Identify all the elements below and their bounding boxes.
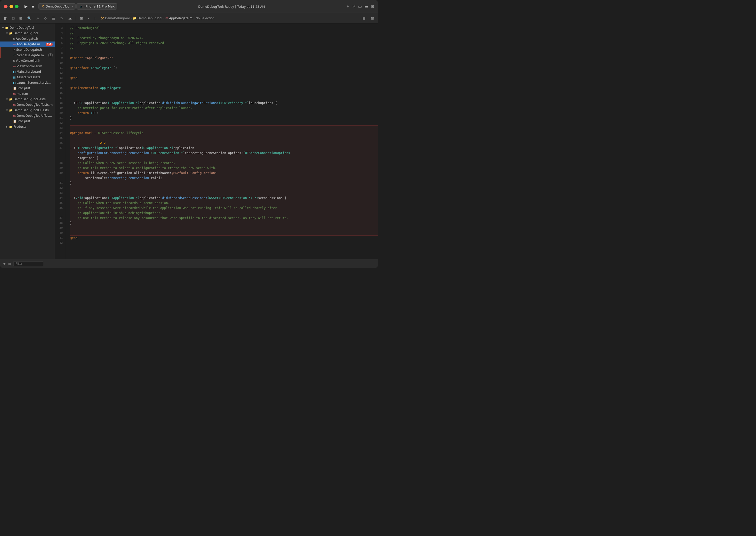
breadcrumb-item-3[interactable]: AppDelegate.m: [169, 17, 192, 20]
line-num-33: 33: [57, 190, 63, 195]
back-forward-button[interactable]: ⇄: [352, 4, 355, 9]
breadcrumb-item-2[interactable]: DemoDebugTool: [138, 17, 162, 20]
code-line-29: // Use this method to select a configura…: [70, 165, 378, 171]
code-line-42: [70, 241, 378, 246]
code-line-27: - (UISceneConfiguration *)application:(U…: [70, 146, 378, 151]
arrow-icon: ▼: [5, 32, 9, 35]
sidebar-item-root[interactable]: ▼ 📁 DemoDebugTool: [0, 25, 55, 30]
sidebar-item-uitests-m[interactable]: ▶ m DemoDebugToolUITests.m: [0, 113, 55, 118]
storyboard-icon: ◧: [13, 70, 16, 74]
sidebar-item-label: ViewController.m: [17, 64, 42, 68]
sidebar-item-info-plist-1[interactable]: ▶ 📋 Info.plist: [0, 85, 55, 91]
storyboard-icon: ◧: [13, 81, 16, 84]
sidebar-item-group1[interactable]: ▼ 📁 DemoDebugTool: [0, 30, 55, 36]
grid-btn[interactable]: ⊞: [78, 15, 85, 21]
breadcrumb-item-1[interactable]: DemoDebugTool: [105, 17, 129, 20]
scheme-chevron-icon: ›: [72, 5, 73, 8]
breadcrumb: ⚒ DemoDebugTool › 📁 DemoDebugTool › m Ap…: [98, 16, 359, 20]
add-file-button[interactable]: +: [3, 262, 6, 265]
line-num-4: 4: [57, 30, 63, 36]
layout-button-1[interactable]: ▭: [358, 4, 362, 9]
line-num-27: 27: [57, 146, 63, 151]
h-file-icon: h: [14, 48, 15, 51]
sidebar-item-uitests-group[interactable]: ▼ 📁 DemoDebugToolUITests: [0, 108, 55, 113]
line-num-37: 37: [57, 216, 63, 220]
sidebar-item-main-storyboard[interactable]: ▶ ◧ Main.storyboard: [0, 69, 55, 75]
assistant-btn[interactable]: ⊟: [369, 15, 376, 21]
sidebar-item-scenedelegate-h[interactable]: ▶ h SceneDelegate.h: [0, 47, 55, 52]
sidebar-item-viewcontroller-h[interactable]: ▶ h ViewController.h: [0, 58, 55, 63]
folder-yellow-icon: 📁: [9, 98, 13, 101]
sidebar-item-label: LaunchScreen.storyboard: [16, 81, 53, 84]
layout-button-2[interactable]: ▬: [364, 4, 368, 9]
sidebar-item-label: DemoDebugTool: [10, 26, 34, 29]
filter-input[interactable]: [13, 261, 43, 266]
line-num-12: 12: [57, 71, 63, 76]
code-editor[interactable]: 3 4 5 6 7 8 9 10 11 12 13 14 15 16 17 18: [55, 23, 378, 259]
sidebar-item-appdelegate-h[interactable]: ▶ h AppDelegate.h: [0, 36, 55, 42]
navigator-toggle[interactable]: ◧: [2, 15, 9, 21]
line-numbers: 3 4 5 6 7 8 9 10 11 12 13 14 15 16 17 18: [55, 23, 66, 259]
sidebar-item-tests-group[interactable]: ▼ 📁 DemoDebugToolTests: [0, 96, 55, 102]
close-button[interactable]: [4, 5, 8, 8]
sidebar-item-main-m[interactable]: ▶ m main.m: [0, 91, 55, 96]
line-num-41: 41: [57, 236, 63, 241]
sidebar-item-tests-m[interactable]: ▶ m DemoDebugToolTests.m: [0, 102, 55, 108]
breadcrumb-folder-icon-2: 📁: [133, 17, 137, 20]
split-view-btn[interactable]: ⊞: [360, 15, 368, 21]
nav-forward[interactable]: ›: [92, 15, 97, 21]
line-num-21: 21: [57, 116, 63, 120]
code-line-25: [70, 136, 378, 141]
breadcrumb-sep-3: ›: [193, 17, 195, 20]
line-num-11: 11: [57, 65, 63, 71]
code-line-11: @interface AppDelegate (): [70, 65, 378, 71]
code-line-38: }: [70, 220, 378, 225]
line-num-39: 39: [57, 225, 63, 230]
sidebar-item-appdelegate-m[interactable]: ▶ m AppDelegate.m 2-1: [0, 42, 55, 47]
code-line-36a: // application:didFinishLaunchingWithOpt…: [70, 211, 378, 216]
hierarchy-btn[interactable]: ⊞: [17, 15, 24, 21]
report-btn[interactable]: ☁: [66, 15, 74, 21]
maximize-button[interactable]: [15, 5, 18, 8]
sidebar-item-launchscreen[interactable]: ▶ ◧ LaunchScreen.storyboard: [0, 80, 55, 85]
line-num-9: 9: [57, 55, 63, 60]
sidebar-item-label: Info.plist: [17, 86, 30, 90]
test-btn[interactable]: ◇: [42, 15, 49, 21]
warning-badge: 1: [48, 53, 53, 57]
sidebar-item-label: DemoDebugToolUITests.m: [17, 114, 53, 117]
run-button[interactable]: ▶: [22, 3, 29, 10]
issue-btn[interactable]: △: [35, 15, 41, 21]
inspector-toggle[interactable]: □: [10, 15, 16, 21]
code-line-28: // Called when a new scene session is be…: [70, 160, 378, 165]
minimize-button[interactable]: [10, 5, 13, 8]
debug-btn[interactable]: ☰: [50, 15, 57, 21]
line-num-10: 10: [57, 60, 63, 65]
arrow-icon: ▶: [5, 125, 9, 128]
code-line-6: // Copyright © 2020 devZhang. All rights…: [70, 41, 378, 46]
scheme-selector[interactable]: ⚒ DemoDebugTool ›: [39, 3, 76, 10]
sidebar-item-assets[interactable]: ▶ ▦ Assets.xcassets: [0, 75, 55, 80]
sidebar-item-scenedelegate-m[interactable]: ▶ m SceneDelegate.m 1: [0, 52, 55, 58]
sidebar-item-viewcontroller-m[interactable]: ▶ m ViewController.m: [0, 63, 55, 69]
breadcrumb-item-4[interactable]: No Selection: [196, 17, 214, 20]
search-btn[interactable]: 🔍: [25, 15, 34, 21]
code-line-37: // Use this method to release any resour…: [70, 216, 378, 220]
nav-back[interactable]: ‹: [86, 15, 91, 21]
toolbar-right: ⊞ ⊟: [360, 15, 376, 21]
titlebar-actions: ＋ ⇄ ▭ ▬ ⊞: [346, 4, 374, 9]
device-selector[interactable]: 📱 iPhone 11 Pro Max: [77, 3, 117, 10]
sidebar-item-label: DemoDebugTool: [14, 31, 38, 35]
layout-button-3[interactable]: ⊞: [371, 4, 374, 9]
sidebar-item-label: AppDelegate.m: [17, 43, 40, 46]
sidebar-item-info-plist-2[interactable]: ▶ 📋 Info.plist: [0, 118, 55, 124]
plist-icon: 📋: [13, 120, 16, 123]
line-num-14: 14: [57, 81, 63, 85]
sidebar-item-products[interactable]: ▶ 📁 Products: [0, 124, 55, 129]
line-num-5: 5: [57, 36, 63, 41]
breakpoint-btn[interactable]: ⊃: [58, 15, 65, 21]
code-line-17: [70, 95, 378, 100]
code-line-10: [70, 60, 378, 65]
add-tab-button[interactable]: ＋: [346, 4, 350, 9]
code-line-34: - (void)application:(UIApplication *)app…: [70, 195, 378, 200]
stop-button[interactable]: ■: [29, 3, 37, 10]
